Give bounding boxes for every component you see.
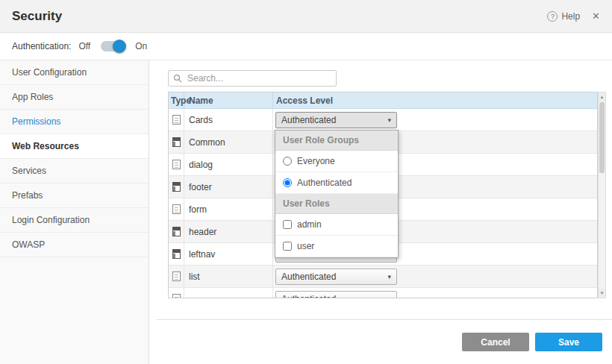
dropdown-option-label: Everyone xyxy=(297,156,335,166)
sidebar-item-prefabs[interactable]: Prefabs xyxy=(0,183,149,208)
user-checkbox[interactable] xyxy=(283,242,292,251)
dropdown-option-authenticated[interactable]: Authenticated xyxy=(275,172,398,194)
sidebar-item-login-configuration[interactable]: Login Configuration xyxy=(0,208,149,233)
scroll-track[interactable] xyxy=(599,101,605,289)
everyone-radio[interactable] xyxy=(283,157,292,166)
sidebar-item-app-roles[interactable]: App Roles xyxy=(0,85,149,110)
resource-name: dialog xyxy=(184,154,273,175)
table-row[interactable]: Authenticated▾ xyxy=(169,288,597,298)
authentication-toggle[interactable] xyxy=(101,41,125,51)
access-level-select[interactable]: Authenticated▾ xyxy=(275,269,397,285)
dropdown-option-everyone[interactable]: Everyone xyxy=(275,151,398,172)
page-title: Security xyxy=(12,9,62,24)
admin-checkbox[interactable] xyxy=(283,220,292,229)
cancel-button[interactable]: Cancel xyxy=(462,333,529,351)
help-icon: ? xyxy=(547,11,558,22)
scrollbar[interactable]: ▲ ▼ xyxy=(598,92,606,298)
dropdown-option-label: Authenticated xyxy=(297,178,352,188)
dropdown-option-label: user xyxy=(297,241,314,251)
resource-type-icon xyxy=(172,249,181,259)
authentication-label: Authentication: xyxy=(12,41,71,51)
resource-type-icon xyxy=(172,182,181,192)
column-header-type: Type xyxy=(169,92,184,108)
table-header: Type Name Access Level xyxy=(169,92,597,109)
save-button[interactable]: Save xyxy=(535,333,602,351)
resource-type-icon xyxy=(172,227,181,236)
resource-name: form xyxy=(184,198,273,220)
resource-type-icon xyxy=(172,294,181,298)
chevron-down-icon: ▾ xyxy=(387,295,391,298)
toggle-knob xyxy=(113,40,126,53)
search-box xyxy=(168,70,337,87)
sidebar-item-services[interactable]: Services xyxy=(0,159,149,183)
resource-type-icon xyxy=(172,115,181,125)
web-resources-panel: Type Name Access Level Cards Authenticat… xyxy=(149,60,612,319)
scroll-thumb[interactable] xyxy=(599,102,605,173)
sidebar-item-label: App Roles xyxy=(12,92,53,102)
select-value: Authenticated xyxy=(281,115,336,125)
access-level-dropdown-panel: User Role Groups Everyone Authenticated … xyxy=(275,130,399,258)
scroll-up-button[interactable]: ▲ xyxy=(599,92,605,101)
toggle-off-label: Off xyxy=(78,41,90,51)
sidebar-item-permissions[interactable]: Permissions xyxy=(0,110,149,134)
resources-table: Type Name Access Level Cards Authenticat… xyxy=(168,92,598,298)
title-bar: Security ? Help ✕ xyxy=(0,0,612,33)
resource-name xyxy=(184,288,273,298)
table-row[interactable]: list Authenticated▾ xyxy=(169,266,597,288)
dialog-footer: Cancel Save xyxy=(157,319,612,364)
sidebar-item-label: OWASP xyxy=(12,239,45,250)
select-value: Authenticated xyxy=(281,272,336,282)
resource-name: list xyxy=(184,266,273,287)
sidebar-item-label: Permissions xyxy=(12,116,60,127)
chevron-down-icon: ▾ xyxy=(387,116,391,124)
chevron-down-icon: ▾ xyxy=(387,273,391,280)
sidebar: User Configuration App Roles Permissions… xyxy=(0,60,149,364)
security-dialog: Security ? Help ✕ Authentication: Off On… xyxy=(0,0,612,364)
toggle-on-label: On xyxy=(135,41,147,51)
resource-name: header xyxy=(184,221,273,242)
search-input[interactable] xyxy=(186,72,331,84)
authentication-bar: Authentication: Off On xyxy=(0,33,612,60)
column-header-access-level: Access Level xyxy=(273,92,597,108)
access-level-select[interactable]: Authenticated▾ xyxy=(275,291,397,298)
sidebar-item-label: Login Configuration xyxy=(12,215,90,225)
close-icon[interactable]: ✕ xyxy=(592,10,600,22)
resource-name: Common xyxy=(184,131,273,153)
dropdown-group-header: User Role Groups xyxy=(275,131,398,151)
search-icon xyxy=(173,74,182,83)
sidebar-item-owasp[interactable]: OWASP xyxy=(0,233,149,257)
access-level-select[interactable]: Authenticated▾ xyxy=(275,112,397,128)
help-label: Help xyxy=(561,11,580,22)
resource-name: footer xyxy=(184,176,273,198)
select-value: Authenticated xyxy=(281,294,336,298)
resource-type-icon xyxy=(172,204,181,214)
help-button[interactable]: ? Help xyxy=(547,11,580,22)
scroll-down-button[interactable]: ▼ xyxy=(599,289,605,298)
dropdown-option-admin[interactable]: admin xyxy=(275,214,398,236)
column-header-name: Name xyxy=(184,92,273,108)
dropdown-group-header: User Roles xyxy=(275,194,398,214)
sidebar-item-label: Services xyxy=(12,166,46,176)
resource-name: Cards xyxy=(184,109,273,131)
resource-type-icon xyxy=(172,160,181,169)
authenticated-radio[interactable] xyxy=(283,178,292,187)
table-row[interactable]: Cards Authenticated▾ xyxy=(169,109,597,131)
sidebar-item-web-resources[interactable]: Web Resources xyxy=(0,134,149,159)
sidebar-item-label: User Configuration xyxy=(12,67,87,78)
sidebar-item-user-configuration[interactable]: User Configuration xyxy=(0,60,149,85)
sidebar-item-label: Web Resources xyxy=(12,141,79,151)
dropdown-option-label: admin xyxy=(297,219,322,230)
sidebar-item-label: Prefabs xyxy=(12,190,43,201)
resource-type-icon xyxy=(172,137,181,147)
resource-type-icon xyxy=(172,272,181,281)
dropdown-option-user[interactable]: user xyxy=(275,236,398,257)
resource-name: leftnav xyxy=(184,243,273,265)
